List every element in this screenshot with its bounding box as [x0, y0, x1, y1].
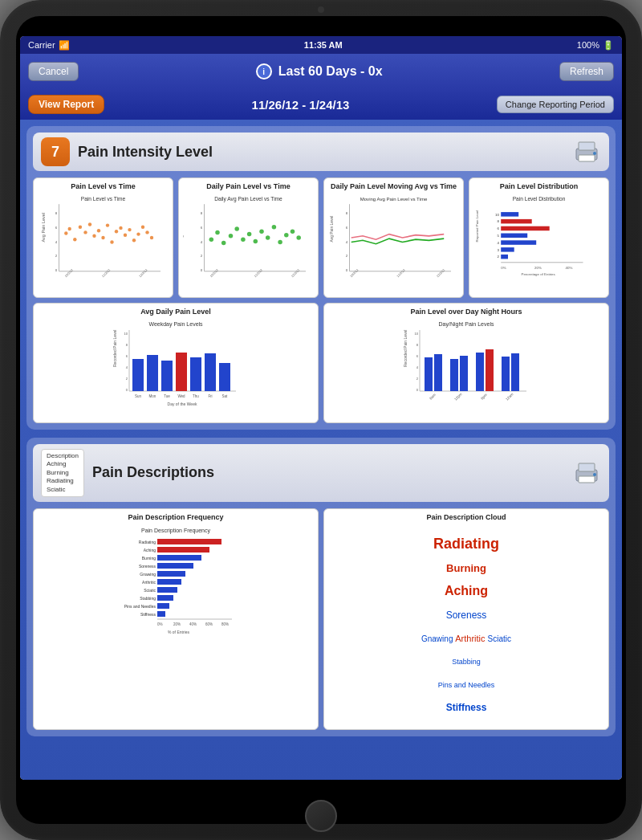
svg-point-23: [110, 240, 113, 243]
svg-text:Avg Pain Level: Avg Pain Level: [330, 215, 334, 242]
svg-rect-155: [157, 563, 193, 569]
pain-intensity-title: Pain Intensity Level: [78, 144, 213, 161]
svg-text:Soreness: Soreness: [139, 564, 156, 569]
carrier-label: Carrier: [28, 40, 55, 50]
chart-daily-pain-vs-time[interactable]: Daily Pain Level vs Time Daily Avg Pain …: [178, 177, 319, 298]
svg-text:0%: 0%: [501, 265, 506, 269]
chart-day-night[interactable]: Pain Level over Day Night Hours Day/Nigh…: [323, 303, 609, 423]
svg-rect-149: [157, 539, 221, 544]
pain-descriptions-section: Description Aching Burning Radiating Sci…: [26, 438, 616, 736]
svg-point-14: [68, 227, 71, 230]
chart-5-title: Avg Daily Pain Level: [38, 308, 314, 316]
svg-point-57: [284, 233, 289, 238]
svg-text:Fri: Fri: [208, 394, 212, 398]
printer-icon[interactable]: [572, 140, 601, 164]
chart-3-title: Daily Pain Level Moving Avg vs Time: [328, 182, 459, 191]
svg-point-27: [128, 228, 131, 231]
word-arthritic: Arthritic: [455, 634, 487, 643]
chart-desc-frequency[interactable]: Pain Description Frequency Pain Descript…: [33, 508, 319, 730]
svg-text:Weekday Pain Levels: Weekday Pain Levels: [148, 321, 203, 328]
svg-text:Recorded Pain Level: Recorded Pain Level: [403, 329, 408, 366]
svg-rect-86: [501, 240, 536, 245]
svg-text:Avg Pain Level: Avg Pain Level: [183, 215, 184, 242]
svg-text:4: 4: [498, 240, 500, 244]
svg-text:11/2/12: 11/2/12: [396, 268, 406, 278]
svg-text:2: 2: [346, 254, 348, 258]
svg-text:Pain Level vs Time: Pain Level vs Time: [81, 196, 126, 202]
svg-text:10: 10: [124, 332, 128, 336]
svg-text:8: 8: [55, 211, 58, 215]
pain-intensity-header: 7 Pain Intensity Level: [33, 133, 609, 171]
svg-text:20%: 20%: [534, 265, 542, 269]
charts-row-2: Avg Daily Pain Level Weekday Pain Levels…: [33, 303, 609, 423]
nav-bar: Cancel i Last 60 Days - 0x Refresh: [20, 54, 622, 89]
svg-text:8: 8: [201, 211, 203, 215]
svg-rect-145: [579, 476, 595, 483]
svg-text:Stiffness: Stiffness: [140, 612, 156, 617]
info-icon[interactable]: i: [256, 63, 272, 80]
report-bar: View Report 11/26/12 - 1/24/13 Change Re…: [20, 89, 622, 120]
chart-moving-avg[interactable]: Daily Pain Level Moving Avg vs Time Movi…: [323, 177, 464, 298]
svg-point-48: [229, 234, 234, 239]
svg-text:10: 10: [415, 332, 419, 336]
svg-text:6: 6: [498, 226, 500, 230]
date-range: 11/26/12 - 1/24/13: [252, 98, 350, 112]
word-sciatic: Sciatic: [488, 634, 511, 643]
svg-point-59: [296, 235, 301, 240]
intensity-badge: 7: [41, 137, 70, 166]
word-radiating: Radiating: [433, 536, 499, 552]
change-period-button[interactable]: Change Reporting Period: [497, 96, 614, 113]
refresh-button[interactable]: Refresh: [559, 62, 614, 81]
view-report-button[interactable]: View Report: [28, 95, 104, 114]
svg-rect-112: [219, 363, 230, 391]
svg-text:Day/Night Pain Levels: Day/Night Pain Levels: [439, 321, 494, 328]
word-pins-needles: Pins and Needles: [438, 681, 495, 689]
camera-icon: [318, 6, 324, 13]
chart-avg-daily[interactable]: Avg Daily Pain Level Weekday Pain Levels…: [33, 303, 319, 423]
svg-rect-137: [502, 357, 510, 391]
chart-pain-vs-time[interactable]: Pain Level vs Time Pain Level vs Time Av…: [33, 177, 173, 298]
chart-desc-cloud[interactable]: Pain Description Cloud Radiating Burning…: [323, 508, 609, 730]
svg-point-146: [593, 473, 596, 476]
word-soreness: Soreness: [446, 610, 487, 621]
svg-text:6: 6: [416, 354, 419, 358]
cancel-button[interactable]: Cancel: [28, 62, 79, 81]
svg-point-30: [141, 225, 144, 228]
svg-text:Mon: Mon: [149, 394, 156, 398]
printer-icon-2[interactable]: [572, 461, 601, 485]
chart-distribution[interactable]: Pain Level Distribution Pain Level Distr…: [469, 177, 609, 298]
svg-point-21: [101, 236, 104, 239]
svg-point-15: [73, 238, 76, 241]
svg-rect-153: [157, 555, 201, 561]
svg-text:0: 0: [55, 268, 58, 272]
svg-text:11/2/12: 11/2/12: [254, 268, 263, 278]
word-burning: Burning: [446, 562, 486, 574]
wifi-icon: 📶: [59, 40, 70, 51]
svg-rect-1: [579, 142, 595, 150]
svg-text:Arthritic: Arthritic: [142, 580, 156, 585]
svg-text:6: 6: [201, 226, 203, 230]
section-header-left: 7 Pain Intensity Level: [41, 137, 213, 166]
svg-text:Pins and Needles: Pins and Needles: [124, 604, 156, 609]
home-button[interactable]: [305, 800, 337, 832]
svg-text:0: 0: [126, 388, 128, 392]
svg-text:80%: 80%: [221, 622, 229, 626]
svg-rect-144: [579, 463, 595, 471]
chart-1-title: Pain Level vs Time: [38, 182, 169, 191]
svg-text:Burning: Burning: [142, 556, 156, 561]
svg-point-18: [88, 222, 91, 226]
svg-text:2: 2: [201, 254, 203, 258]
desc-charts-grid: Pain Description Frequency Pain Descript…: [33, 508, 609, 730]
svg-point-53: [259, 229, 264, 234]
svg-text:Recorded Pain Level: Recorded Pain Level: [112, 329, 117, 366]
status-time: 11:35 AM: [304, 40, 343, 50]
svg-text:0: 0: [416, 388, 419, 392]
svg-rect-134: [460, 356, 468, 391]
svg-text:Pain Description Frequency: Pain Description Frequency: [141, 528, 210, 534]
svg-point-45: [209, 237, 214, 242]
svg-rect-138: [511, 353, 519, 391]
svg-text:40%: 40%: [189, 622, 197, 626]
svg-rect-109: [176, 353, 187, 391]
battery-label: 100%: [577, 40, 599, 50]
main-area[interactable]: 7 Pain Intensity Level: [20, 120, 622, 780]
